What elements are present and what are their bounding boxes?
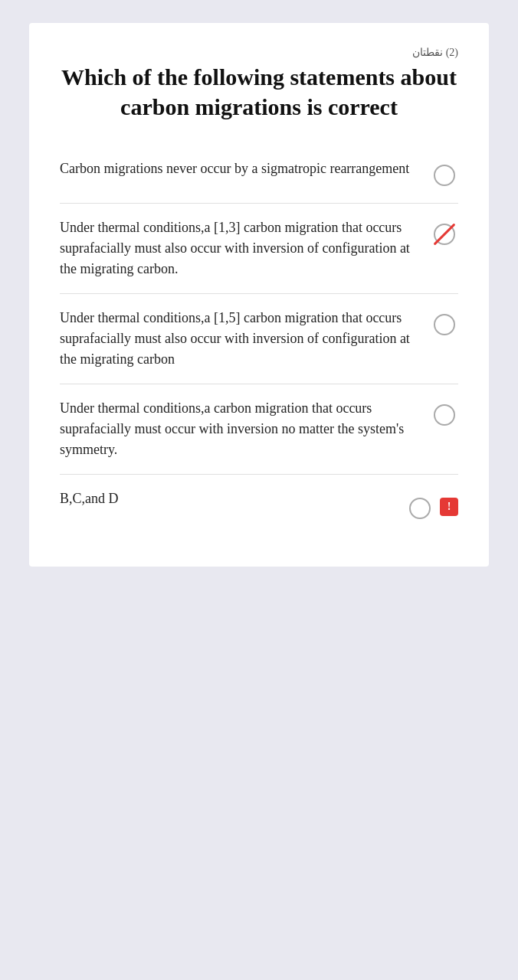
option-item-a[interactable]: Carbon migrations never occur by a sigma… — [60, 145, 458, 203]
option-text-b: Under thermal conditions,a [1,3] carbon … — [60, 217, 431, 279]
radio-e[interactable] — [406, 495, 434, 522]
radio-circle-a — [434, 165, 455, 186]
option-text-d: Under thermal conditions,a carbon migrat… — [60, 398, 431, 460]
option-item-d[interactable]: Under thermal conditions,a carbon migrat… — [60, 384, 458, 474]
question-header: (2) نقطتان Which of the following statem… — [60, 46, 458, 122]
points-badge: (2) نقطتان — [60, 46, 458, 59]
radio-a[interactable] — [431, 162, 458, 189]
radio-circle-c — [434, 314, 455, 335]
warning-icon[interactable]: ! — [440, 498, 458, 516]
options-list: Carbon migrations never occur by a sigma… — [60, 145, 458, 536]
radio-circle-e — [409, 498, 431, 519]
option-item-e[interactable]: B,C,and D ! — [60, 474, 458, 536]
radio-c[interactable] — [431, 311, 458, 338]
option-item-c[interactable]: Under thermal conditions,a [1,5] carbon … — [60, 293, 458, 384]
radio-circle-d — [434, 404, 455, 426]
option-e-controls: ! — [406, 492, 458, 522]
radio-d[interactable] — [431, 401, 458, 429]
question-card: (2) نقطتان Which of the following statem… — [29, 23, 489, 567]
option-item-b[interactable]: Under thermal conditions,a [1,3] carbon … — [60, 203, 458, 293]
option-text-e: B,C,and D — [60, 488, 406, 509]
option-text-c: Under thermal conditions,a [1,5] carbon … — [60, 308, 431, 370]
radio-b[interactable] — [431, 220, 458, 248]
option-text-a: Carbon migrations never occur by a sigma… — [60, 158, 431, 179]
question-text: Which of the following statements about … — [60, 62, 458, 122]
